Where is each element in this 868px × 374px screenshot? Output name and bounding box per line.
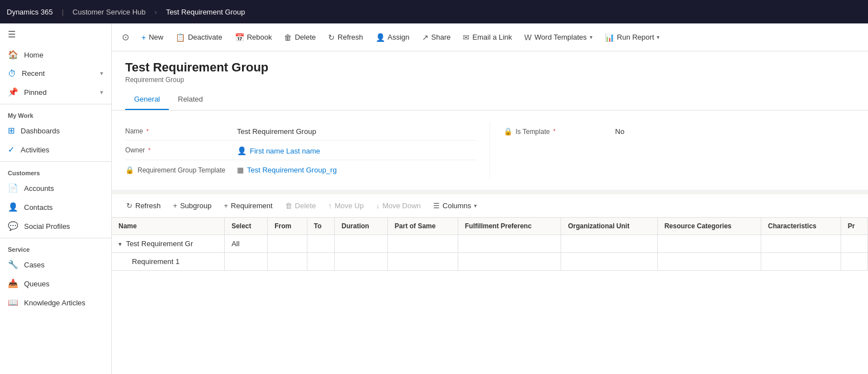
deactivate-button[interactable]: 📋 Deactivate	[170, 30, 227, 45]
home-icon: 🏠	[8, 50, 18, 60]
chevron-down-icon: ▾	[474, 203, 477, 209]
new-button[interactable]: + New	[136, 30, 169, 45]
sidebar-item-pinned[interactable]: 📌 Pinned ▾	[0, 83, 111, 102]
email-link-button-label: Email a Link	[472, 33, 512, 41]
queues-icon: 📥	[8, 279, 18, 289]
required-indicator: *	[146, 128, 149, 135]
row-select: All	[225, 235, 268, 253]
row-name: Requirement 1	[112, 253, 225, 271]
deactivate-icon: 📋	[176, 33, 185, 42]
tab-related[interactable]: Related	[169, 90, 212, 110]
assign-button[interactable]: 👤 Assign	[370, 30, 415, 45]
template-icon: ▦	[237, 166, 244, 174]
sidebar-item-accounts[interactable]: 📄 Accounts	[0, 179, 111, 198]
email-link-button[interactable]: ✉ Email a Link	[457, 30, 518, 45]
sg-requirement-button[interactable]: + Requirement	[219, 199, 278, 213]
section-service: Service	[0, 241, 111, 255]
sg-move-up-button[interactable]: ↑ Move Up	[322, 199, 369, 213]
rebook-button[interactable]: 📅 Rebook	[229, 30, 278, 45]
sidebar-item-recent[interactable]: ⏱ Recent ▾	[0, 64, 111, 83]
lock-icon: 🔒	[504, 127, 513, 136]
row-pr	[841, 253, 867, 271]
name-label: Name *	[125, 126, 237, 135]
top-nav-bar: Dynamics 365 | Customer Service Hub › Te…	[0, 0, 868, 23]
history-back-button[interactable]: ⊙	[116, 28, 135, 46]
table-row[interactable]: ▾ Test Requirement Gr All	[112, 235, 868, 253]
share-button[interactable]: ↗ Share	[416, 30, 457, 45]
name-value[interactable]: Test Requirement Group	[237, 126, 476, 136]
rg-template-value[interactable]: ▦ Test Requirement Group_rg	[237, 165, 476, 174]
sidebar-item-home[interactable]: 🏠 Home	[0, 45, 111, 64]
row-fulfillment	[458, 235, 561, 253]
activities-icon: ✓	[8, 145, 15, 155]
is-template-label: 🔒 Is Template *	[504, 126, 615, 136]
knowledge-icon: 📖	[8, 298, 18, 308]
col-header-resource-cat: Resource Categories	[657, 218, 761, 235]
sidebar-item-label: Dashboards	[21, 127, 60, 135]
sg-move-up-label: Move Up	[335, 202, 364, 210]
sidebar-item-knowledge-articles[interactable]: 📖 Knowledge Articles	[0, 293, 111, 312]
col-header-select: Select	[225, 218, 268, 235]
sidebar-item-social-profiles[interactable]: 💬 Social Profiles	[0, 217, 111, 236]
refresh-button[interactable]: ↻ Refresh	[322, 30, 369, 45]
table-row[interactable]: Requirement 1	[112, 253, 868, 271]
share-icon: ↗	[422, 33, 429, 42]
person-icon: 👤	[237, 146, 246, 155]
col-header-org-unit: Organizational Unit	[561, 218, 658, 235]
col-header-characteristics: Characteristics	[761, 218, 841, 235]
required-indicator: *	[553, 128, 556, 135]
sidebar-item-label: Home	[24, 51, 44, 59]
sidebar-item-label: Contacts	[24, 203, 53, 212]
col-header-pr: Pr	[841, 218, 867, 235]
word-templates-button[interactable]: W Word Templates ▾	[519, 30, 598, 45]
subgrid-section: ↻ Refresh + Subgroup + Requirement 🗑 Del…	[112, 190, 868, 271]
sidebar-item-contacts[interactable]: 👤 Contacts	[0, 198, 111, 217]
run-report-button-label: Run Report	[617, 33, 654, 41]
form-grid: Name * Test Requirement Group Owner *	[125, 122, 855, 179]
pin-icon: 📌	[8, 87, 18, 97]
delete-icon: 🗑	[284, 33, 292, 42]
chevron-down-icon: ▾	[657, 34, 660, 40]
section-customers: Customers	[0, 164, 111, 179]
sg-requirement-label: Requirement	[231, 202, 272, 210]
sg-columns-button[interactable]: ☰ Columns ▾	[428, 199, 482, 213]
delete-icon: 🗑	[285, 202, 292, 210]
run-report-button[interactable]: 📊 Run Report ▾	[599, 30, 665, 45]
row-pr	[841, 235, 867, 253]
page-label: Test Requirement Group	[166, 8, 245, 16]
brand-label[interactable]: Dynamics 365	[7, 8, 53, 16]
col-header-duration: Duration	[335, 218, 388, 235]
expand-icon[interactable]: ▾	[118, 241, 122, 247]
row-org-unit	[561, 253, 658, 271]
sg-refresh-button[interactable]: ↻ Refresh	[121, 199, 167, 213]
up-arrow-icon: ↑	[328, 202, 332, 210]
refresh-button-label: Refresh	[338, 33, 363, 41]
col-header-from: From	[268, 218, 307, 235]
sidebar-item-activities[interactable]: ✓ Activities	[0, 140, 111, 159]
form-section: Name * Test Requirement Group Owner *	[112, 111, 868, 190]
sidebar-item-label: Social Profiles	[24, 222, 70, 231]
columns-icon: ☰	[433, 202, 440, 210]
sidebar-item-cases[interactable]: 🔧 Cases	[0, 255, 111, 274]
social-icon: 💬	[8, 221, 18, 231]
sidebar-item-queues[interactable]: 📥 Queues	[0, 274, 111, 293]
owner-field-row: Owner * 👤 First name Last name	[125, 141, 476, 160]
sidebar-item-dashboards[interactable]: ⊞ Dashboards	[0, 121, 111, 140]
table-header-row: Name Select From To Duration Part of Sam…	[112, 218, 868, 235]
row-duration	[335, 253, 388, 271]
tab-general[interactable]: General	[125, 90, 169, 110]
contacts-icon: 👤	[8, 202, 18, 212]
row-characteristics	[761, 235, 841, 253]
sg-subgroup-button[interactable]: + Subgroup	[168, 199, 217, 213]
owner-value[interactable]: 👤 First name Last name	[237, 145, 476, 155]
sg-delete-button[interactable]: 🗑 Delete	[279, 199, 322, 213]
sg-move-down-button[interactable]: ↓ Move Down	[371, 199, 426, 213]
sidebar-item-label: Knowledge Articles	[24, 299, 86, 307]
hamburger-menu[interactable]: ☰	[0, 23, 111, 45]
name-field-row: Name * Test Requirement Group	[125, 122, 476, 141]
row-to	[307, 253, 335, 271]
plus-icon: +	[141, 33, 146, 42]
app-label[interactable]: Customer Service Hub	[73, 8, 146, 16]
delete-button[interactable]: 🗑 Delete	[278, 30, 321, 45]
is-template-value[interactable]: No	[615, 126, 855, 136]
